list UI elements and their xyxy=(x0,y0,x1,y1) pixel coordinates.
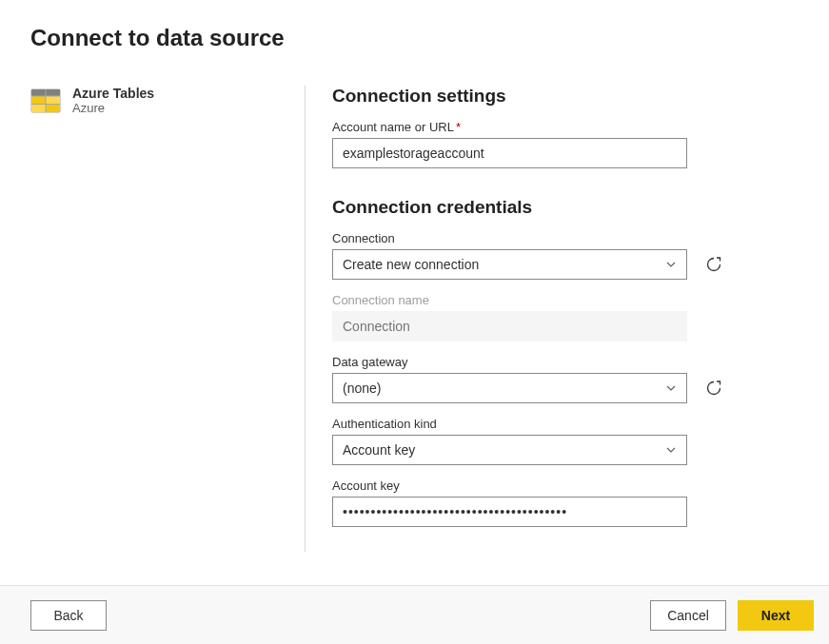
page-title: Connect to data source xyxy=(30,25,829,51)
auth-kind-select[interactable]: Account key xyxy=(332,435,687,465)
svg-rect-2 xyxy=(31,96,46,105)
connection-credentials-heading: Connection credentials xyxy=(332,197,770,218)
content-area: Azure Tables Azure Connection settings A… xyxy=(0,86,829,585)
chevron-down-icon xyxy=(665,259,677,270)
account-url-input[interactable] xyxy=(332,138,687,168)
back-button[interactable]: Back xyxy=(30,600,107,631)
refresh-icon xyxy=(705,380,722,397)
account-key-label: Account key xyxy=(332,478,770,493)
connection-select-value: Create new connection xyxy=(343,257,479,272)
auth-kind-label: Authentication kind xyxy=(332,417,770,431)
source-title: Azure Tables xyxy=(72,86,154,101)
data-gateway-label: Data gateway xyxy=(332,355,687,369)
connection-label: Connection xyxy=(332,231,687,245)
connection-settings-heading: Connection settings xyxy=(332,86,770,107)
account-url-label: Account name or URL* xyxy=(332,120,770,134)
required-indicator: * xyxy=(456,120,461,134)
refresh-icon xyxy=(705,256,722,273)
chevron-down-icon xyxy=(665,382,677,394)
chevron-down-icon xyxy=(665,444,677,456)
source-subtitle: Azure xyxy=(72,101,154,115)
cancel-button[interactable]: Cancel xyxy=(650,600,726,631)
source-panel: Azure Tables Azure xyxy=(0,86,305,585)
svg-rect-4 xyxy=(31,105,46,113)
gateway-refresh-button[interactable] xyxy=(702,373,725,403)
connection-refresh-button[interactable] xyxy=(702,249,725,280)
data-gateway-select[interactable]: (none) xyxy=(332,373,687,403)
azure-tables-icon xyxy=(30,86,61,116)
account-key-input[interactable] xyxy=(332,497,687,527)
connection-select[interactable]: Create new connection xyxy=(332,249,687,280)
auth-kind-select-value: Account key xyxy=(343,442,415,458)
svg-rect-5 xyxy=(46,105,60,113)
svg-rect-3 xyxy=(46,96,60,105)
connection-name-input xyxy=(332,311,687,342)
form-panel: Connection settings Account name or URL*… xyxy=(306,86,800,585)
footer-bar: Back Cancel Next xyxy=(0,585,829,644)
next-button[interactable]: Next xyxy=(738,600,814,631)
connection-name-label: Connection name xyxy=(332,293,770,307)
data-gateway-select-value: (none) xyxy=(343,381,381,396)
